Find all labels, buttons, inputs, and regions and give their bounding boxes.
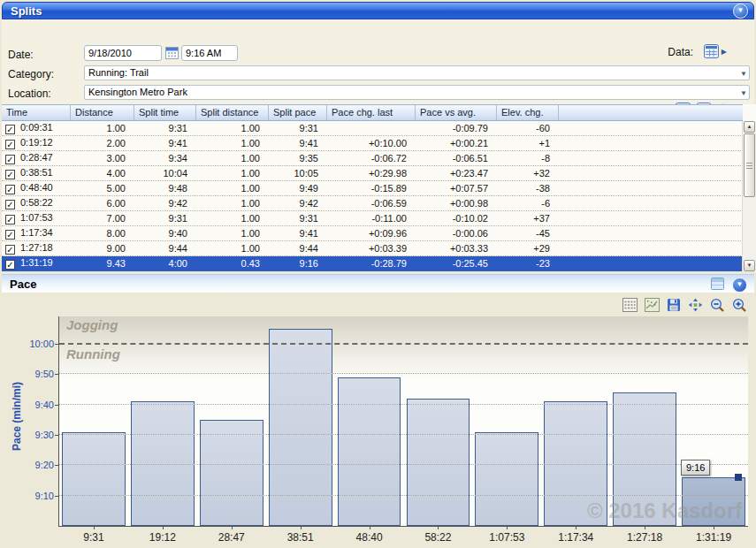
zoom-out-icon[interactable] <box>710 298 725 313</box>
table-row[interactable]: ✓0:48:405.009:481.009:49-0:15.89+0:07.57… <box>2 181 743 196</box>
table-cell: 3.00 <box>71 153 134 164</box>
pace-bar[interactable] <box>407 399 470 526</box>
x-tick <box>370 526 370 529</box>
table-row[interactable]: ✓1:17:348.009:401.009:41+0:09.96-0:00.06… <box>2 226 743 241</box>
table-cell: 9:42 <box>269 198 327 209</box>
row-checkbox[interactable]: ✓ <box>5 125 15 134</box>
row-checkbox[interactable]: ✓ <box>5 230 15 240</box>
category-dropdown[interactable]: Running: Trail ▼ <box>84 65 750 80</box>
column-header-distance[interactable]: Distance <box>71 105 134 120</box>
save-icon[interactable] <box>667 298 681 312</box>
chart-style-icon[interactable] <box>645 298 660 312</box>
x-tick-label: 1:17:34 <box>540 531 611 544</box>
row-checkbox[interactable]: ✓ <box>5 245 15 255</box>
row-checkbox[interactable]: ✓ <box>5 155 15 164</box>
table-scrollbar[interactable]: ▲ ▼ <box>742 121 756 271</box>
table-cell: 4:00 <box>134 258 196 269</box>
table-row[interactable]: ✓1:27:189.009:441.009:44+0:03.39+0:03.33… <box>2 241 743 256</box>
splits-table: TimeDistanceSplit timeSplit distanceSpli… <box>2 104 756 271</box>
scroll-up-icon[interactable]: ▲ <box>744 121 755 133</box>
row-checkbox[interactable]: ✓ <box>5 170 15 179</box>
table-cell: 1.00 <box>196 153 269 164</box>
column-header-elev-chg-[interactable]: Elev. chg. <box>497 105 559 120</box>
table-cell: -0:10.02 <box>416 213 497 224</box>
column-header-time[interactable]: Time <box>2 105 71 120</box>
table-view-icon[interactable] <box>622 298 638 312</box>
table-cell: 1.00 <box>196 228 269 239</box>
table-row[interactable]: ✓0:09:311.009:311.009:31-0:09.79-60 <box>2 121 743 136</box>
table-row[interactable]: ✓1:07:537.009:311.009:31-0:11.00-0:10.02… <box>2 211 743 226</box>
pace-bar[interactable] <box>62 432 126 526</box>
data-flyout-arrow-icon[interactable]: ▶ <box>722 48 727 56</box>
table-row[interactable]: ✓0:58:226.009:421.009:42-0:06.59+0:00.98… <box>2 196 743 211</box>
table-cell: 1.00 <box>196 138 269 148</box>
splits-collapse-button[interactable]: ▼ <box>733 4 748 19</box>
row-checkbox[interactable]: ✓ <box>5 140 15 149</box>
panel-layout-icon[interactable] <box>711 278 724 290</box>
table-cell: 1.00 <box>196 168 269 179</box>
row-checkbox[interactable]: ✓ <box>5 200 15 209</box>
table-row[interactable]: ✓0:28:473.009:341.009:35-0:06.72-0:06.51… <box>2 151 743 166</box>
pace-bar[interactable] <box>475 432 538 526</box>
table-cell: +29 <box>497 243 559 254</box>
x-tick <box>645 526 645 529</box>
table-cell: 2.00 <box>71 138 134 148</box>
y-tick <box>55 344 58 345</box>
table-row[interactable]: ✓1:31:199.434:000.439:16-0:28.79-0:25.45… <box>2 256 743 271</box>
column-header-split-pace[interactable]: Split pace <box>269 105 327 120</box>
pace-collapse-button[interactable]: ▼ <box>732 278 747 293</box>
date-input[interactable] <box>84 45 162 61</box>
table-cell: ✓1:07:53 <box>2 212 71 225</box>
calendar-icon[interactable] <box>165 47 179 59</box>
table-cell: ✓0:38:51 <box>2 167 71 179</box>
zone-label-jogging: Jogging <box>66 317 118 332</box>
table-cell: -38 <box>497 183 559 194</box>
table-cell: 9.43 <box>71 258 134 269</box>
column-header-pace-vs-avg-[interactable]: Pace vs avg. <box>416 105 497 120</box>
row-checkbox[interactable]: ✓ <box>5 215 15 225</box>
row-checkbox[interactable]: ✓ <box>5 185 15 194</box>
zoom-in-icon[interactable] <box>732 298 747 313</box>
table-row[interactable]: ✓0:38:514.0010:041.0010:05+0:29.98+0:23.… <box>2 166 743 181</box>
pace-chart: Pace (min/mi) JoggingRunning9:109:209:30… <box>2 315 754 548</box>
column-header-split-time[interactable]: Split time <box>134 105 196 120</box>
table-cell: -8 <box>497 153 559 164</box>
column-header-split-distance[interactable]: Split distance <box>196 105 269 120</box>
scrollbar-thumb[interactable] <box>744 133 755 197</box>
table-row[interactable]: ✓0:19:122.009:411.009:41+0:10.00+0:00.21… <box>2 136 743 151</box>
y-tick-label: 9:10 <box>19 491 54 501</box>
data-grid-icon[interactable] <box>704 44 719 58</box>
pace-bar[interactable] <box>338 377 401 526</box>
pace-bar[interactable] <box>200 420 263 526</box>
location-dropdown[interactable]: Kensington Metro Park ▼ <box>84 85 750 100</box>
x-tick <box>232 526 233 529</box>
table-cell: +37 <box>497 213 559 224</box>
table-cell: -0:06.59 <box>327 198 416 209</box>
table-cell: -0:06.51 <box>416 153 497 164</box>
x-tick <box>438 526 439 529</box>
table-cell: 1.00 <box>196 183 269 194</box>
chevron-down-icon[interactable]: ▼ <box>740 67 747 80</box>
table-cell: +0:00.21 <box>416 138 497 148</box>
chevron-down-icon[interactable]: ▼ <box>740 87 747 100</box>
x-tick <box>301 526 302 529</box>
table-cell: 10:05 <box>269 168 327 179</box>
auto-fit-icon[interactable] <box>688 298 703 312</box>
table-cell: 1.00 <box>196 243 269 254</box>
table-cell: +0:07.57 <box>416 183 497 194</box>
table-cell: 9:44 <box>134 243 196 254</box>
time-input[interactable] <box>181 45 238 61</box>
column-header-pace-chg-last[interactable]: Pace chg. last <box>327 105 416 120</box>
row-checkbox[interactable]: ✓ <box>5 260 15 270</box>
x-tick <box>714 526 714 529</box>
table-cell: 9:31 <box>269 123 327 133</box>
gridline-10:00 <box>59 343 748 345</box>
table-cell: 9:31 <box>269 213 327 224</box>
pace-bar[interactable] <box>269 329 332 526</box>
activity-form: Date: Data: ▶ Category: Running: Trail ▼… <box>2 19 754 104</box>
y-tick-label: 9:50 <box>19 369 54 379</box>
table-cell: 1.00 <box>196 198 269 209</box>
scroll-down-icon[interactable]: ▼ <box>744 260 755 271</box>
table-cell: -0:15.89 <box>327 183 416 194</box>
y-tick <box>55 465 58 466</box>
